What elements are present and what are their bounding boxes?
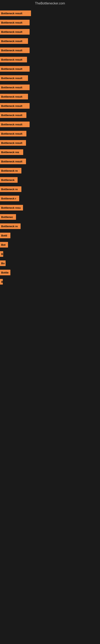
bar-label: Bottleneck re	[1, 169, 18, 172]
bar-row: Bottleneck re	[0, 166, 100, 175]
bar-label: Bottleneck result	[1, 123, 22, 126]
bar-row: Bottleneck	[0, 176, 100, 184]
bar-row: Bottleneck re	[0, 185, 100, 194]
bottleneck-bar[interactable]: Bottleneck re	[0, 168, 21, 174]
bottleneck-bar[interactable]: Bottleneck re	[0, 224, 21, 229]
bar-label: B	[1, 280, 3, 283]
bar-label: Bottleneck result	[1, 95, 22, 98]
bar-label: Bottleneck result	[1, 49, 22, 52]
bar-label: Bottleneck re	[1, 225, 18, 228]
bar-row: Bottleneck result	[0, 111, 100, 120]
bar-label: Bottleneck result	[1, 142, 22, 144]
bar-label: Bottleneck result	[1, 68, 22, 70]
bottleneck-bar[interactable]: Bottleneck	[0, 177, 18, 183]
bar-row: Bottleneck result	[0, 102, 100, 110]
bottleneck-bar[interactable]: Bottleneck result	[0, 48, 30, 53]
bar-label: Bottleneck resu	[1, 206, 21, 209]
site-title-text: TheBottlenecker.com	[35, 2, 65, 5]
bar-row: Bottleneck result	[0, 83, 100, 92]
bottleneck-bar[interactable]: Bottleneck result	[0, 38, 28, 44]
bar-row: Bottleneck result	[0, 74, 100, 82]
bar-label: Bottleneck result	[1, 77, 22, 80]
bar-label: Bottleneck r	[1, 197, 16, 200]
bar-row: Bottleneck result	[0, 64, 100, 73]
bar-label: Bot	[1, 243, 6, 246]
bottleneck-bar[interactable]: Bottleneck result	[0, 131, 26, 136]
bar-label: Bottleneck	[1, 178, 14, 182]
bottleneck-bar[interactable]: Bottleneck result	[0, 84, 30, 90]
bottleneck-bar[interactable]: B	[0, 279, 3, 284]
bar-row: Bottleneck result	[0, 157, 100, 166]
bottleneck-bar[interactable]: Bottleneck result	[0, 122, 30, 127]
bar-row: Bottleneck res	[0, 148, 100, 156]
bottleneck-bar[interactable]: Bottleneck result	[0, 57, 27, 62]
bottleneck-bar[interactable]: B	[0, 251, 3, 257]
bar-label: Bottle	[1, 271, 9, 274]
bar-row: Bottleneck result	[0, 129, 100, 138]
bottleneck-bar[interactable]: Bottleneck result	[0, 75, 28, 81]
bar-row: Bottleneck result	[0, 120, 100, 129]
bar-label: Bottleneck res	[1, 151, 19, 154]
bar-row: B	[0, 277, 100, 286]
bottleneck-bar[interactable]: Bottleneck result	[0, 29, 30, 34]
bottleneck-bar[interactable]: Bottleneck res	[0, 149, 23, 155]
bar-row: Bottleneck resu	[0, 203, 100, 212]
bar-label: Bottleneck result	[1, 58, 22, 61]
bars-container: Bottleneck resultBottleneck resultBottle…	[0, 7, 100, 288]
bar-label: Bottleneck result	[1, 114, 22, 117]
bottleneck-bar[interactable]: Bo	[0, 260, 6, 266]
bar-label: Bottleneck result	[1, 132, 22, 135]
bottleneck-bar[interactable]: Bottleneck result	[0, 20, 30, 25]
bar-row: Bottle	[0, 268, 100, 277]
bar-label: Bo	[1, 262, 4, 265]
bottleneck-bar[interactable]: Bottleneck result	[0, 112, 26, 118]
bottleneck-bar[interactable]: Bottleneck result	[0, 158, 26, 164]
bar-row: Bottleneck result	[0, 9, 100, 18]
bar-row: Bottleneck result	[0, 92, 100, 101]
bottleneck-bar[interactable]: Bottl	[0, 233, 10, 238]
bar-row: Bo	[0, 259, 100, 268]
bar-row: Bottleneck re	[0, 222, 100, 231]
bar-label: Bottl	[1, 234, 7, 237]
bar-row: Bottleneck r	[0, 194, 100, 203]
bar-label: Bottleneck result	[1, 21, 22, 24]
bar-row: Bottleneck result	[0, 138, 100, 147]
bar-label: Bottleneck result	[1, 104, 22, 108]
bar-label: Bottleneck result	[1, 12, 22, 15]
bar-row: Bottleneck result	[0, 46, 100, 55]
bar-label: B	[1, 252, 3, 256]
bottleneck-bar[interactable]: Bottleneck result	[0, 103, 30, 109]
bottleneck-bar[interactable]: Bottlenec	[0, 214, 16, 220]
bottleneck-bar[interactable]: Bot	[0, 242, 8, 248]
bar-row: Bottleneck result	[0, 27, 100, 36]
bar-label: Bottleneck re	[1, 188, 18, 191]
bottleneck-bar[interactable]: Bottleneck result	[0, 10, 31, 16]
bottleneck-bar[interactable]: Bottleneck resu	[0, 205, 23, 210]
site-title: TheBottlenecker.com	[0, 0, 100, 7]
bottleneck-bar[interactable]: Bottleneck result	[0, 140, 26, 146]
bottleneck-bar[interactable]: Bottleneck result	[0, 94, 28, 100]
bar-row: B	[0, 250, 100, 258]
bar-label: Bottleneck result	[1, 30, 22, 34]
bottleneck-bar[interactable]: Bottleneck re	[0, 186, 21, 192]
bar-row: Bottleneck result	[0, 55, 100, 64]
bar-label: Bottleneck result	[1, 86, 22, 89]
bottleneck-bar[interactable]: Bottleneck r	[0, 196, 19, 201]
bottleneck-bar[interactable]: Bottleneck result	[0, 66, 30, 72]
bar-row: Bottleneck result	[0, 37, 100, 46]
bar-label: Bottleneck result	[1, 160, 22, 163]
bar-row: Bottlenec	[0, 212, 100, 222]
bar-row: Bottleneck result	[0, 18, 100, 27]
bottleneck-bar[interactable]: Bottle	[0, 270, 10, 275]
bar-row: Bot	[0, 240, 100, 249]
bar-row: Bottl	[0, 231, 100, 240]
bar-label: Bottleneck result	[1, 40, 22, 43]
bar-label: Bottlenec	[1, 216, 13, 218]
